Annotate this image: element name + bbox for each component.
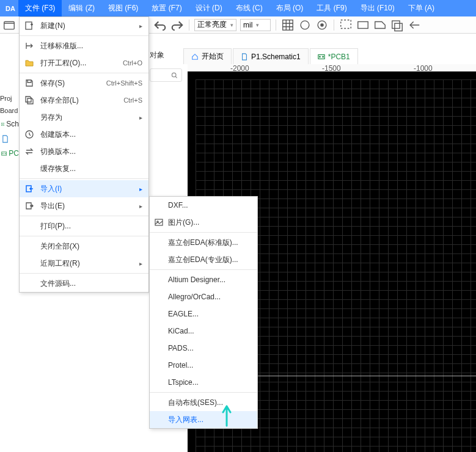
brightness-select[interactable]: 正常亮度▾ — [194, 19, 236, 31]
chevron-right-icon: ▸ — [139, 23, 142, 29]
file-new[interactable]: 新建(N) ▸ — [20, 17, 148, 34]
file-cache-restore[interactable]: 缓存恢复... — [20, 160, 148, 177]
folder-icon — [24, 58, 34, 68]
menu-label: 导入网表... — [168, 415, 203, 425]
import-netlist[interactable]: 导入网表... — [150, 411, 257, 428]
menu-label: EAGLE... — [168, 310, 199, 318]
menu-design[interactable]: 设计 (D) — [189, 0, 229, 16]
menu-label: 自动布线(SES)... — [168, 398, 223, 408]
import-eda-std[interactable]: 嘉立创EDA(标准版)... — [150, 234, 257, 251]
menu-label: 打开工程(O)... — [40, 58, 86, 68]
shape-tool-icon[interactable] — [373, 18, 387, 32]
file-save-all[interactable]: 保存全部(L) Ctrl+S — [20, 92, 148, 109]
project-panel: Proj Board Sch PC — [0, 34, 19, 452]
pcb-icon — [1, 150, 7, 158]
import-ltspice[interactable]: LTspice... — [150, 374, 257, 391]
file-import[interactable]: 导入(I) ▸ — [20, 180, 148, 197]
search-input[interactable] — [150, 68, 182, 82]
file-migrate[interactable]: 迁移标准版... — [20, 37, 148, 54]
menu-label: 关闭全部(X) — [40, 241, 79, 252]
menu-export[interactable]: 导出 (F10) — [354, 0, 401, 16]
menu-label: DXF... — [168, 201, 188, 210]
schematic-icon — [241, 53, 248, 60]
file-save[interactable]: 保存(S) Ctrl+Shift+S — [20, 75, 148, 92]
tab-pcb[interactable]: *PCB1 — [310, 48, 358, 64]
app-logo: DA — [2, 0, 18, 16]
menu-edit[interactable]: 编辑 (Z) — [62, 0, 101, 16]
brightness-label: 正常亮度 — [197, 20, 227, 30]
file-open-project[interactable]: 打开工程(O)... Ctrl+O — [20, 54, 148, 71]
file-source[interactable]: 文件源码... — [20, 275, 148, 292]
menu-label: 导入(I) — [40, 184, 62, 194]
toolbar-redo-icon[interactable] — [170, 18, 184, 32]
shortcut: Ctrl+Shift+S — [106, 79, 142, 87]
tab-start-page[interactable]: 开始页 — [183, 48, 232, 64]
menu-label: LTspice... — [168, 378, 199, 387]
menu-label: 保存(S) — [40, 78, 65, 89]
svg-rect-0 — [4, 21, 15, 29]
chevron-right-icon: ▸ — [139, 186, 142, 192]
layer-tool-icon[interactable] — [390, 18, 404, 32]
file-create-version[interactable]: 创建版本... — [20, 126, 148, 143]
menu-route[interactable]: 布线 (C) — [229, 0, 269, 16]
menu-order[interactable]: 下单 (A) — [401, 0, 441, 16]
tab-label: *PCB1 — [328, 53, 350, 61]
menu-place[interactable]: 放置 (F7) — [145, 0, 188, 16]
menu-label: 打印(P)... — [40, 221, 71, 231]
menu-label: KiCad... — [168, 327, 194, 335]
import-autoroute-ses[interactable]: 自动布线(SES)... — [150, 394, 257, 411]
import-kicad[interactable]: KiCad... — [150, 323, 257, 340]
import-allegro[interactable]: Allegro/OrCad... — [150, 288, 257, 305]
circle-tool-icon[interactable] — [298, 18, 312, 32]
svg-point-13 — [172, 73, 176, 77]
image-icon — [155, 218, 163, 227]
svg-point-11 — [2, 153, 3, 153]
import-dxf[interactable]: DXF... — [150, 197, 257, 214]
unit-label: mil — [243, 21, 252, 29]
toolbar-undo-icon[interactable] — [153, 18, 167, 32]
file-export[interactable]: 导出(E) ▸ — [20, 197, 148, 214]
import-pads[interactable]: PADS... — [150, 340, 257, 357]
menu-layout[interactable]: 布局 (O) — [269, 0, 310, 16]
chevron-down-icon: ▾ — [256, 22, 259, 28]
file-switch-version[interactable]: 切换版本... — [20, 143, 148, 160]
file-close-all[interactable]: 关闭全部(X) — [20, 238, 148, 255]
annotation-arrow — [218, 405, 236, 429]
rect-tool-icon[interactable] — [356, 18, 370, 32]
menu-label: Altium Designer... — [168, 275, 225, 284]
tab-label: P1.Schematic1 — [251, 53, 301, 61]
menu-label: 图片(G)... — [168, 217, 199, 228]
svg-point-4 — [321, 23, 323, 26]
import-eda-pro[interactable]: 嘉立创EDA(专业版)... — [150, 251, 257, 268]
menu-label: Protel... — [168, 361, 193, 370]
file-print[interactable]: 打印(P)... — [20, 217, 148, 235]
target-tool-icon[interactable] — [315, 18, 329, 32]
svg-rect-7 — [392, 21, 400, 28]
unit-select[interactable]: mil▾ — [240, 19, 271, 31]
select-tool-icon[interactable] — [339, 18, 353, 32]
import-image[interactable]: 图片(G)... — [150, 214, 257, 231]
svg-point-2 — [301, 21, 309, 29]
file-save-as[interactable]: 另存为 ▸ — [20, 109, 148, 126]
menu-tools[interactable]: 工具 (F9) — [310, 0, 353, 16]
tree-sch-item[interactable]: Sch — [1, 117, 19, 131]
tree-page-item[interactable] — [1, 131, 19, 146]
import-protel[interactable]: Protel... — [150, 357, 257, 374]
back-tool-icon[interactable] — [408, 18, 421, 32]
file-menu-dropdown: 新建(N) ▸ 迁移标准版... 打开工程(O)... Ctrl+O 保存(S)… — [19, 16, 149, 293]
menu-label: 另存为 — [40, 112, 62, 123]
tab-schematic[interactable]: P1.Schematic1 — [233, 48, 309, 64]
tree-pcb-item[interactable]: PC — [1, 146, 19, 161]
toolbar-open-icon[interactable] — [2, 18, 16, 32]
menu-label: 近期工程(R) — [40, 258, 80, 269]
import-altium[interactable]: Altium Designer... — [150, 271, 257, 288]
import-eagle[interactable]: EAGLE... — [150, 305, 257, 323]
svg-rect-8 — [395, 23, 402, 31]
document-tabs: 开始页 P1.Schematic1 *PCB1 — [183, 48, 358, 64]
shortcut: Ctrl+S — [123, 97, 142, 104]
menu-file[interactable]: 文件 (F3) — [18, 0, 62, 16]
grid-icon[interactable] — [281, 18, 295, 32]
menu-label: 保存全部(L) — [40, 95, 79, 106]
file-recent-projects[interactable]: 近期工程(R) ▸ — [20, 255, 148, 272]
menu-view[interactable]: 视图 (F6) — [101, 0, 145, 16]
